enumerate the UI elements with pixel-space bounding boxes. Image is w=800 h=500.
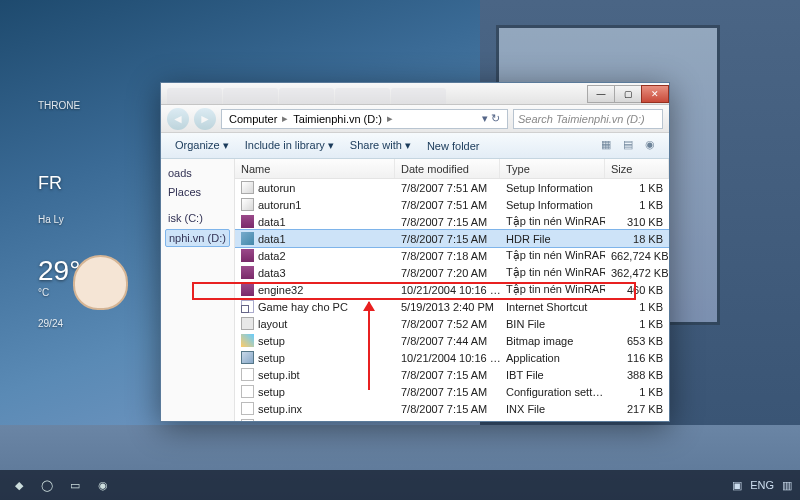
widget-title: THRONE xyxy=(38,100,138,111)
view-icon[interactable]: ▦ xyxy=(601,138,617,154)
file-date: 7/8/2007 7:15 AM xyxy=(395,233,500,245)
file-row[interactable]: setup.isn10/21/2004 10:17 …ISN File63 KB xyxy=(235,417,669,421)
file-row[interactable]: setup10/21/2004 10:16 …Application116 KB xyxy=(235,349,669,366)
file-icon xyxy=(241,385,254,398)
file-name: autorun xyxy=(258,182,295,194)
breadcrumb[interactable]: Computer ▸ Taimienphi.vn (D:) ▸ ▾ ↻ xyxy=(221,109,508,129)
file-row[interactable]: setup.inx7/8/2007 7:15 AMINX File217 KB xyxy=(235,400,669,417)
file-size: 217 KB xyxy=(605,403,669,415)
sidebar-item[interactable]: oads xyxy=(165,165,230,181)
file-size: 116 KB xyxy=(605,352,669,364)
nav-back-button[interactable]: ◄ xyxy=(167,108,189,130)
col-date[interactable]: Date modified xyxy=(395,159,500,178)
file-date: 7/8/2007 7:18 AM xyxy=(395,250,500,262)
file-row[interactable]: setup7/8/2007 7:44 AMBitmap image653 KB xyxy=(235,332,669,349)
start-icon[interactable]: ◆ xyxy=(8,474,30,496)
file-row[interactable]: Game hay cho PC5/19/2013 2:40 PMInternet… xyxy=(235,298,669,315)
file-icon xyxy=(241,266,254,279)
file-date: 10/21/2004 10:16 … xyxy=(395,352,500,364)
explorer-window: — ▢ ✕ ◄ ► Computer ▸ Taimienphi.vn (D:) … xyxy=(160,82,670,422)
organize-button[interactable]: Organize ▾ xyxy=(169,136,235,155)
desktop-widget: THRONE FR Ha Ly 29° °C 29/24 xyxy=(38,100,138,329)
minimize-button[interactable]: — xyxy=(587,85,615,103)
file-row[interactable]: autorun7/8/2007 7:51 AMSetup Information… xyxy=(235,179,669,196)
taskbar[interactable]: ◆ ◯ ▭ ◉ ▣ ENG ▥ xyxy=(0,470,800,500)
file-row[interactable]: data27/8/2007 7:18 AMTập tin nén WinRAR6… xyxy=(235,247,669,264)
file-list[interactable]: Name Date modified Type Size autorun7/8/… xyxy=(235,159,669,421)
refresh-icon[interactable]: ▾ ↻ xyxy=(478,112,504,125)
widget-fr: FR xyxy=(38,173,138,194)
sidebar-item[interactable]: Places xyxy=(165,184,230,200)
taskbar-tray-icon[interactable]: ▣ xyxy=(732,479,742,492)
title-tabs xyxy=(167,83,588,104)
file-date: 7/8/2007 7:15 AM xyxy=(395,386,500,398)
file-icon xyxy=(241,402,254,415)
titlebar[interactable]: — ▢ ✕ xyxy=(161,83,669,105)
taskbar-tray-icon[interactable]: ▥ xyxy=(782,479,792,492)
file-row[interactable]: data37/8/2007 7:20 AMTập tin nén WinRAR3… xyxy=(235,264,669,281)
breadcrumb-part[interactable]: Taimienphi.vn (D:) xyxy=(289,113,386,125)
navbar: ◄ ► Computer ▸ Taimienphi.vn (D:) ▸ ▾ ↻ … xyxy=(161,105,669,133)
sidebar-item[interactable]: isk (C:) xyxy=(165,210,230,226)
widget-unit: °C xyxy=(38,287,138,298)
column-headers: Name Date modified Type Size xyxy=(235,159,669,179)
close-button[interactable]: ✕ xyxy=(641,85,669,103)
file-size: 1 KB xyxy=(605,199,669,211)
file-type: Tập tin nén WinRAR xyxy=(500,266,605,279)
col-type[interactable]: Type xyxy=(500,159,605,178)
file-row[interactable]: autorun17/8/2007 7:51 AMSetup Informatio… xyxy=(235,196,669,213)
file-row[interactable]: layout7/8/2007 7:52 AMBIN File1 KB xyxy=(235,315,669,332)
widget-location: Ha Ly xyxy=(38,214,138,225)
search-input[interactable]: Search Taimienphi.vn (D:) xyxy=(513,109,663,129)
file-type: Application xyxy=(500,352,605,364)
taskbar-app-icon[interactable]: ◯ xyxy=(36,474,58,496)
file-date: 7/8/2007 7:52 AM xyxy=(395,318,500,330)
breadcrumb-part[interactable]: Computer xyxy=(225,113,281,125)
nav-sidebar: oads Places isk (C:) nphi.vn (D:) xyxy=(161,159,235,421)
file-size: 1 KB xyxy=(605,182,669,194)
taskbar-app-icon[interactable]: ▭ xyxy=(64,474,86,496)
sidebar-item[interactable] xyxy=(165,203,230,207)
file-type: Setup Information xyxy=(500,182,605,194)
nav-forward-button[interactable]: ► xyxy=(194,108,216,130)
file-row[interactable]: engine3210/21/2004 10:16 …Tập tin nén Wi… xyxy=(235,281,669,298)
file-row[interactable]: data17/8/2007 7:15 AMHDR File18 KB xyxy=(235,230,669,247)
file-name: data1 xyxy=(258,216,286,228)
col-size[interactable]: Size xyxy=(605,159,669,178)
help-icon[interactable]: ◉ xyxy=(645,138,661,154)
toolbar: Organize ▾ Include in library ▾ Share wi… xyxy=(161,133,669,159)
preview-icon[interactable]: ▤ xyxy=(623,138,639,154)
file-name: setup.isn xyxy=(258,420,302,422)
file-size: 362,472 KB xyxy=(605,267,669,279)
file-type: INX File xyxy=(500,403,605,415)
file-icon xyxy=(241,215,254,228)
file-icon xyxy=(241,368,254,381)
new-folder-button[interactable]: New folder xyxy=(421,137,486,155)
file-type: Internet Shortcut xyxy=(500,301,605,313)
taskbar-app-icon[interactable]: ◉ xyxy=(92,474,114,496)
file-type: Setup Information xyxy=(500,199,605,211)
file-date: 7/8/2007 7:44 AM xyxy=(395,335,500,347)
file-icon xyxy=(241,283,254,296)
file-icon xyxy=(241,334,254,347)
file-type: Tập tin nén WinRAR xyxy=(500,283,605,296)
sidebar-item-active[interactable]: nphi.vn (D:) xyxy=(165,229,230,247)
file-row[interactable]: setup7/8/2007 7:15 AMConfiguration sett…… xyxy=(235,383,669,400)
file-size: 1 KB xyxy=(605,301,669,313)
file-row[interactable]: setup.ibt7/8/2007 7:15 AMIBT File388 KB xyxy=(235,366,669,383)
file-name: data3 xyxy=(258,267,286,279)
file-date: 7/8/2007 7:15 AM xyxy=(395,369,500,381)
file-size: 63 KB xyxy=(605,420,669,422)
taskbar-lang[interactable]: ENG xyxy=(750,479,774,491)
file-date: 10/21/2004 10:17 … xyxy=(395,420,500,422)
include-library-button[interactable]: Include in library ▾ xyxy=(239,136,340,155)
file-name: autorun1 xyxy=(258,199,301,211)
file-row[interactable]: data17/8/2007 7:15 AMTập tin nén WinRAR3… xyxy=(235,213,669,230)
share-with-button[interactable]: Share with ▾ xyxy=(344,136,417,155)
file-type: IBT File xyxy=(500,369,605,381)
file-size: 388 KB xyxy=(605,369,669,381)
file-name: setup xyxy=(258,335,285,347)
col-name[interactable]: Name xyxy=(235,159,395,178)
maximize-button[interactable]: ▢ xyxy=(614,85,642,103)
file-date: 7/8/2007 7:20 AM xyxy=(395,267,500,279)
